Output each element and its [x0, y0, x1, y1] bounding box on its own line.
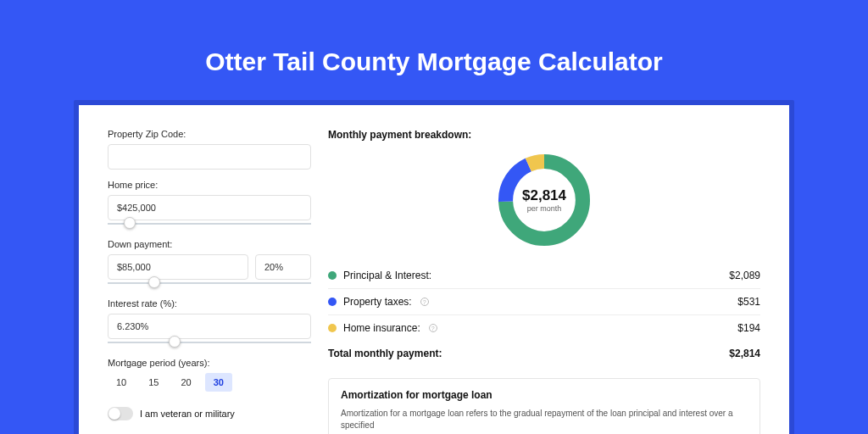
card-shadow: Property Zip Code: Home price: Down paym… — [74, 100, 794, 434]
home-price-input[interactable] — [108, 195, 311, 220]
zip-input[interactable] — [108, 144, 311, 170]
down-payment-label: Down payment: — [108, 239, 311, 249]
veteran-toggle[interactable] — [108, 407, 133, 420]
legend-label: Home insurance: — [343, 322, 420, 334]
breakdown-panel: Monthly payment breakdown: $2,814 per mo… — [328, 129, 760, 434]
veteran-row: I am veteran or military — [108, 407, 311, 420]
legend-dot — [328, 324, 337, 332]
legend-row: Property taxes:?$531 — [328, 289, 760, 315]
period-button-10[interactable]: 10 — [108, 373, 135, 392]
donut-chart: $2,814 per month — [493, 149, 595, 251]
donut-amount: $2,814 — [522, 187, 566, 204]
rate-field: Interest rate (%): — [108, 298, 311, 348]
amort-title: Amortization for mortgage loan — [341, 389, 748, 401]
legend-label: Property taxes: — [343, 296, 412, 308]
rate-label: Interest rate (%): — [108, 298, 311, 309]
legend-value: $531 — [737, 296, 760, 308]
veteran-label: I am veteran or military — [140, 409, 235, 419]
home-price-slider[interactable] — [108, 219, 311, 229]
period-buttons: 10152030 — [108, 373, 311, 392]
legend-label: Principal & Interest: — [343, 270, 431, 281]
legend-dot — [328, 298, 337, 306]
period-button-20[interactable]: 20 — [173, 373, 200, 392]
info-icon[interactable]: ? — [420, 298, 429, 306]
rate-slider[interactable] — [108, 337, 311, 348]
legend-value: $2,089 — [729, 270, 760, 281]
form-panel: Property Zip Code: Home price: Down paym… — [108, 129, 311, 434]
down-payment-field: Down payment: — [108, 239, 311, 288]
legend-row: Principal & Interest:$2,089 — [328, 263, 760, 289]
period-button-30[interactable]: 30 — [205, 373, 232, 392]
down-payment-pct-input[interactable] — [255, 254, 311, 280]
amort-text: Amortization for a mortgage loan refers … — [341, 408, 748, 431]
amort-box: Amortization for mortgage loan Amortizat… — [328, 378, 760, 434]
legend-value: $194 — [737, 322, 760, 334]
donut-sub: per month — [527, 204, 562, 213]
home-price-field: Home price: — [108, 180, 311, 229]
legend-total-row: Total monthly payment: $2,814 — [328, 341, 760, 366]
down-payment-slider[interactable] — [108, 278, 311, 288]
legend-total-value: $2,814 — [729, 348, 760, 359]
legend-dot — [328, 271, 337, 280]
rate-input[interactable] — [108, 314, 311, 339]
home-price-label: Home price: — [108, 180, 311, 190]
legend-row: Home insurance:?$194 — [328, 315, 760, 341]
page-title: Otter Tail County Mortgage Calculator — [0, 47, 868, 76]
breakdown-title: Monthly payment breakdown: — [328, 129, 760, 141]
donut-area: $2,814 per month — [328, 146, 760, 263]
period-label: Mortgage period (years): — [108, 358, 311, 368]
zip-label: Property Zip Code: — [108, 129, 311, 139]
down-payment-input[interactable] — [108, 254, 248, 280]
calculator-card: Property Zip Code: Home price: Down paym… — [79, 105, 789, 434]
legend: Principal & Interest:$2,089Property taxe… — [328, 263, 760, 341]
legend-total-label: Total monthly payment: — [328, 348, 442, 359]
period-button-15[interactable]: 15 — [140, 373, 167, 392]
info-icon[interactable]: ? — [429, 324, 437, 332]
period-field: Mortgage period (years): 10152030 — [108, 358, 311, 392]
zip-field: Property Zip Code: — [108, 129, 311, 170]
